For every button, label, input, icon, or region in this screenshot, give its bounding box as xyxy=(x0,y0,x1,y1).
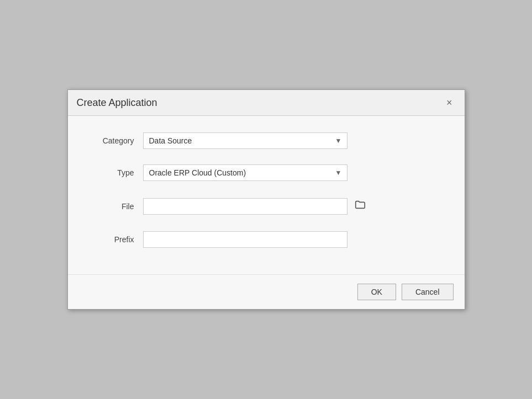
type-label: Type xyxy=(90,168,134,177)
folder-icon xyxy=(354,199,366,211)
dialog-body: Category Data Source Other ▼ Type Oracle… xyxy=(68,116,465,274)
prefix-row: Prefix xyxy=(90,231,443,248)
dialog-header: Create Application × xyxy=(68,90,465,116)
ok-button[interactable]: OK xyxy=(357,284,396,300)
prefix-input[interactable] xyxy=(143,231,347,248)
file-row: File xyxy=(90,196,443,216)
dialog-footer: OK Cancel xyxy=(68,274,465,309)
category-select-wrapper: Data Source Other ▼ xyxy=(143,132,347,149)
type-select-wrapper: Oracle ERP Cloud (Custom) Other ▼ xyxy=(143,164,347,181)
create-application-dialog: Create Application × Category Data Sourc… xyxy=(67,89,465,310)
category-row: Category Data Source Other ▼ xyxy=(90,132,443,149)
type-select[interactable]: Oracle ERP Cloud (Custom) Other xyxy=(143,164,347,181)
prefix-label: Prefix xyxy=(90,235,134,244)
file-label: File xyxy=(90,202,134,211)
close-button[interactable]: × xyxy=(443,97,456,109)
type-row: Type Oracle ERP Cloud (Custom) Other ▼ xyxy=(90,164,443,181)
browse-folder-button[interactable] xyxy=(352,196,368,216)
category-select[interactable]: Data Source Other xyxy=(143,132,347,149)
cancel-button[interactable]: Cancel xyxy=(402,284,454,300)
file-input[interactable] xyxy=(143,198,347,215)
file-input-group xyxy=(143,196,368,216)
category-label: Category xyxy=(90,136,134,145)
dialog-title: Create Application xyxy=(77,97,157,109)
